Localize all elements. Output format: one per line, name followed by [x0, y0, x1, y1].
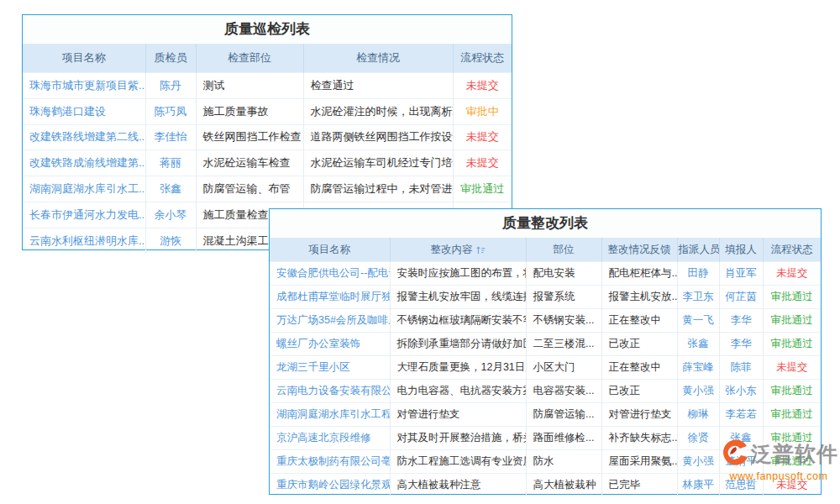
project-link[interactable]: 云南水利枢纽潜明水库...: [29, 234, 145, 247]
project-link[interactable]: 改建铁路线增建第二线...: [29, 130, 145, 143]
part-cell: 二至三楼混...: [533, 338, 595, 349]
assignee-link[interactable]: 田静: [688, 267, 709, 279]
col-header-project: 项目名称: [270, 238, 390, 262]
col-header-project: 项目名称: [23, 44, 145, 73]
reporter-link[interactable]: 肖亚军: [725, 267, 757, 279]
assignee-link[interactable]: 徐贤: [688, 432, 709, 444]
assignee-link[interactable]: 柳琳: [688, 408, 709, 420]
sort-ascending-icon[interactable]: [476, 245, 486, 257]
project-link[interactable]: 珠海鹤港口建设: [29, 105, 106, 118]
col-header-label: 填报人: [725, 244, 757, 255]
situation-cell: 检查通过: [311, 79, 354, 92]
project-link[interactable]: 安徽合肥供电公司--配电设备...: [276, 267, 390, 279]
status-badge: 审批通过: [771, 432, 813, 444]
project-link[interactable]: 湖南洞庭湖水库引水工...: [29, 182, 145, 195]
reporter-link[interactable]: 张鑫: [731, 432, 752, 444]
reporter-link[interactable]: 董清平: [725, 455, 757, 467]
assignee-link[interactable]: 张鑫: [688, 338, 709, 349]
assignee-link[interactable]: 李卫东: [682, 291, 714, 302]
table-row: 云南电力设备安装有限公司20...电力电容器、电抗器安装方案,...电容器安装.…: [270, 380, 821, 403]
col-header-inspector: 质检员: [145, 44, 196, 73]
table-row: 改建铁路线增建第二线...李佳怡铁丝网围挡工作检查道路两侧铁丝网围挡工作按设计.…: [23, 124, 512, 150]
project-link[interactable]: 重庆太极制药有限公司亳州中...: [276, 455, 390, 467]
project-link[interactable]: 湖南洞庭湖水库引水工程施工I标: [276, 408, 390, 420]
col-header-label: 质检员: [155, 51, 187, 64]
project-link[interactable]: 龙湖三千里小区: [276, 361, 350, 373]
inspector-link[interactable]: 游恢: [160, 234, 181, 247]
status-badge: 未提交: [776, 267, 808, 279]
col-header-status: 流程状态: [763, 238, 821, 262]
table-row: 珠海市城市更新项目紫...陈丹测试检查通过未提交: [23, 73, 512, 99]
part-cell: 防腐管运输...: [533, 408, 595, 420]
table-row: 螺丝厂办公室装饰拆除到承重墙部分请做好加固...二至三楼混...已改正张鑫李华审…: [270, 333, 821, 356]
content-cell: 安装时应按施工图的布置，将...: [397, 267, 527, 279]
inspector-link[interactable]: 蒋丽: [160, 156, 181, 169]
col-header-label: 项目名称: [308, 244, 350, 255]
feedback-cell: 已改正: [609, 338, 641, 349]
col-header-part: 部位: [526, 238, 601, 262]
assignee-link[interactable]: 薛宝峰: [682, 361, 714, 373]
inspector-link[interactable]: 陈丹: [160, 79, 181, 92]
reporter-link[interactable]: 李华: [731, 314, 752, 326]
status-badge: 审批通过: [771, 314, 813, 326]
project-link[interactable]: 成都杜甫草堂临时展厅独立展...: [276, 291, 390, 302]
col-header-label: 项目名称: [62, 51, 106, 64]
project-link[interactable]: 螺丝厂办公室装饰: [276, 338, 360, 349]
part-cell: 配电安装: [533, 267, 575, 279]
status-badge: 审批通过: [771, 385, 813, 396]
table-row: 京沪高速北京段维修对其及时开展整治措施，桥头...路面维修检...补齐缺失标志.…: [270, 427, 821, 450]
assignee-link[interactable]: 黄小强: [682, 455, 714, 467]
part-cell: 施工质量事故: [203, 105, 269, 118]
inspector-link[interactable]: 李佳怡: [155, 130, 187, 143]
reporter-link[interactable]: 李华: [731, 338, 752, 349]
status-badge: 未提交: [776, 361, 808, 373]
col-header-label: 流程状态: [771, 244, 813, 255]
inspector-link[interactable]: 张鑫: [160, 182, 181, 195]
reporter-link[interactable]: 范思哲: [725, 479, 757, 491]
reporter-link[interactable]: 陈菲: [731, 361, 752, 373]
table-row: 湖南洞庭湖水库引水工...张鑫防腐管运输、布管防腐管运输过程中，未对管进行...…: [23, 176, 512, 202]
assignee-link[interactable]: 黄一飞: [682, 314, 714, 326]
project-link[interactable]: 改建铁路成渝线增建第...: [29, 156, 145, 169]
col-header-label: 指派人员: [679, 244, 720, 255]
part-cell: 报警系统: [533, 291, 575, 302]
part-cell: 防水: [533, 455, 554, 467]
feedback-cell: 补齐缺失标志...: [609, 432, 678, 444]
assignee-link[interactable]: 林康平: [682, 479, 714, 491]
project-link[interactable]: 珠海市城市更新项目紫...: [29, 79, 145, 92]
status-badge: 审批通过: [771, 291, 813, 302]
part-cell: 防腐管运输、布管: [203, 182, 291, 195]
table-row: 万达广场35#会所及咖啡厅空...不锈钢边框玻璃隔断安装不牢...不锈钢安装..…: [270, 309, 821, 333]
content-cell: 防水工程施工选调有专业资质...: [397, 455, 527, 467]
reporter-link[interactable]: 李若若: [725, 408, 757, 420]
col-header-content: 整改内容: [390, 238, 526, 262]
project-link[interactable]: 京沪高速北京段维修: [276, 432, 371, 444]
situation-cell: 道路两侧铁丝网围挡工作按设计...: [311, 130, 454, 143]
inspection-table-title: 质量巡检列表: [23, 15, 512, 44]
col-header-feedback: 整改情况反馈: [601, 238, 677, 262]
reporter-link[interactable]: 张小东: [725, 385, 757, 396]
content-cell: 电力电容器、电抗器安装方案,...: [397, 385, 527, 396]
status-badge: 未提交: [776, 479, 808, 491]
assignee-link[interactable]: 黄小强: [682, 385, 714, 396]
table-row: 安徽合肥供电公司--配电设备...安装时应按施工图的布置，将...配电安装配电柜…: [270, 262, 821, 286]
status-badge: 未提交: [466, 156, 499, 169]
inspection-header-row: 项目名称 质检员 检查部位 检查情况 流程状态: [23, 44, 512, 73]
project-link[interactable]: 长春市伊通河水力发电...: [29, 208, 145, 221]
col-header-label: 检查部位: [228, 51, 271, 64]
status-badge: 审批中: [466, 105, 499, 118]
project-link[interactable]: 万达广场35#会所及咖啡厅空...: [276, 314, 390, 326]
status-badge: 审批通过: [460, 182, 504, 195]
project-link[interactable]: 云南电力设备安装有限公司20...: [276, 385, 390, 396]
col-header-situation: 检查情况: [303, 44, 453, 73]
project-link[interactable]: 重庆市鹅岭公园绿化景观提升...: [276, 479, 390, 491]
col-header-label: 流程状态: [460, 51, 504, 64]
situation-cell: 水泥砼运输车司机经过专门培训...: [311, 156, 454, 169]
page: 质量巡检列表 项目名称 质检员 检查部位 检查情况 流程状态 珠海市城市更新项目…: [0, 0, 840, 504]
inspector-link[interactable]: 陈巧凤: [155, 105, 187, 118]
part-cell: 高大植被栽种: [533, 479, 596, 491]
reporter-link[interactable]: 何芷茵: [725, 291, 757, 302]
situation-cell: 水泥砼灌注的时候，出现离析现象: [311, 105, 454, 118]
inspector-link[interactable]: 余小琴: [155, 208, 187, 221]
feedback-cell: 正在整改中: [609, 361, 662, 373]
